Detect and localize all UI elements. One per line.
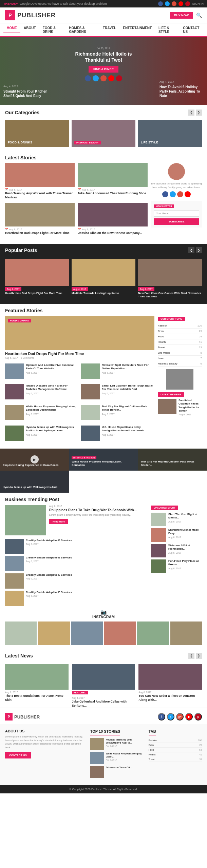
hero-youtube-icon[interactable] — [108, 75, 114, 81]
category-fashion-badge: FASHION / BEAUTY — [74, 141, 101, 144]
newsletter-email-input[interactable] — [154, 210, 199, 217]
hero-pinterest-icon[interactable] — [116, 75, 122, 81]
instagram-item-6[interactable] — [170, 622, 202, 645]
footer-about-text: Lorem ipsum is simply dummy text of the … — [5, 735, 85, 749]
facebook-icon[interactable] — [158, 1, 163, 6]
latest-news-next-arrow[interactable]: ❯ — [196, 653, 202, 659]
news-2-date: Aug 4, 2017 — [72, 697, 135, 699]
nav-link-food[interactable]: FOOD & DRINK — [39, 23, 66, 36]
categories-arrows: ❮ ❯ — [188, 110, 202, 116]
instagram-item-5[interactable] — [137, 622, 169, 645]
categories-next-arrow[interactable]: ❯ — [196, 110, 202, 116]
story-1-image — [5, 163, 75, 187]
nav-item-about[interactable]: ABOUT — [20, 23, 39, 36]
nav-link-entertainment[interactable]: ENTERTAINMENT — [119, 23, 155, 33]
instagram-item-1[interactable] — [5, 622, 37, 645]
business-list-1-date: Aug 6, 2017 — [26, 543, 72, 545]
sidebar-youtube-icon[interactable] — [185, 191, 191, 197]
nav-link-homes[interactable]: HOMES & GARDENS — [65, 23, 99, 36]
nav-link-about[interactable]: ABOUT — [20, 23, 39, 33]
footer-tab-count-5: 33 — [199, 758, 202, 761]
latest-news-grid: Aug 6, 2017 The 4 Best Foundations For A… — [5, 664, 202, 708]
category-card-food[interactable]: FOOD & DRINKS — [5, 120, 69, 147]
popular-2-title: Meditate Towards Lasting Happiness — [72, 292, 135, 295]
nav-link-lifestyle[interactable]: LIFE & STYLE — [155, 23, 180, 36]
header-right: BUY NOW 🔍 — [170, 12, 202, 19]
subscribe-button[interactable]: SUBSCRIBE — [154, 218, 199, 225]
nav-item-contact[interactable]: CONTACT US — [180, 23, 204, 36]
news-card-1: Aug 6, 2017 The 4 Best Foundations For A… — [5, 664, 69, 708]
googleplus-icon[interactable] — [172, 1, 176, 6]
nav-link-travel[interactable]: TRAVEL — [99, 23, 119, 33]
business-list-3-title: Crediily Enable Adaptive E Services — [26, 573, 72, 577]
topic-item-lifemusic: Life Music 8 — [158, 350, 202, 356]
popular-prev-arrow[interactable]: ❮ — [188, 247, 194, 253]
footer-googleplus-button[interactable]: g+ — [176, 713, 184, 721]
hero-facebook-icon[interactable] — [85, 75, 91, 81]
trends-text: Google Developers: we have to talk about… — [20, 2, 107, 5]
footer-youtube-button[interactable]: ▶ — [185, 713, 193, 721]
footer-twitter-button[interactable]: t — [167, 713, 174, 721]
featured-stories-heading: Featured Stories — [5, 304, 202, 316]
featured-list-2-content: Reveal Of Split Outfielders Need For Onl… — [102, 363, 154, 379]
review-1-date: Aug 6, 2017 — [178, 413, 202, 416]
topic-name-health: Health — [158, 340, 166, 343]
categories-prev-arrow[interactable]: ❮ — [188, 110, 194, 116]
footer-pinterest-button[interactable]: p — [194, 713, 202, 721]
hero-twitter-icon[interactable] — [93, 75, 99, 81]
sidebar-googleplus-icon[interactable] — [177, 191, 183, 197]
featured-list-5-content: White House Proposes Merging Labor, Educ… — [26, 405, 78, 420]
nav-item-travel[interactable]: TRAVEL — [99, 23, 119, 36]
search-icon[interactable]: 🔍 — [196, 13, 202, 18]
popular-card-3: Aug 4, 2017 New Free Xbox One Games With… — [138, 259, 202, 299]
latest-stories-heading: Latest Stories — [5, 152, 202, 163]
category-card-fashion[interactable]: FASHION / BEAUTY — [72, 120, 135, 147]
business-trending-wrapper: Business Trending Post Aug 6, 2017 Phili… — [0, 493, 207, 606]
upcoming-4-date: Aug 6, 2017 — [168, 567, 202, 570]
showcase-2-badge: LIF STYLE & FASHION — [72, 456, 96, 459]
twitter-icon[interactable] — [165, 1, 170, 6]
nav-link-contact[interactable]: CONTACT US — [180, 23, 204, 36]
hero-left-date: Aug 4, 2017 — [3, 85, 48, 88]
upcoming-item-4: Fun-Filled Play Place at Pronto Aug 6, 2… — [151, 559, 202, 573]
featured-list-4-title: Saudi-Led Coalition Battle Tough Battle … — [102, 384, 154, 391]
sidebar-twitter-icon[interactable] — [170, 191, 176, 197]
footer-facebook-button[interactable]: f — [158, 713, 165, 721]
instagram-item-2[interactable] — [38, 622, 70, 645]
upcoming-2-date: Aug 6, 2017 — [168, 536, 202, 538]
nav-item-homes[interactable]: HOMES & GARDENS — [65, 23, 99, 36]
category-card-lifestyle[interactable]: LIFE STYLE — [138, 120, 202, 147]
topic-item-travel: Travel 33 — [158, 345, 202, 350]
sidebar-facebook-icon[interactable] — [162, 191, 168, 197]
youtube-icon[interactable] — [178, 1, 183, 6]
signin-link[interactable]: SIGN IN — [192, 2, 204, 5]
instagram-item-3[interactable] — [71, 622, 103, 645]
topic-name-drink: Drink — [158, 330, 164, 333]
pinterest-icon[interactable] — [185, 1, 190, 6]
latest-stories-wrapper: Latest Stories 📅 Aug 6, 2017 Push Traini… — [0, 152, 207, 239]
showcase-4-title: Hyundai teams up with Volkswagen's Audi — [3, 486, 66, 489]
logo-icon: P — [5, 10, 15, 20]
latest-news-prev-arrow[interactable]: ❮ — [188, 653, 194, 659]
popular-2-date: Aug 4, 2017 — [72, 287, 88, 291]
latest-news-wrapper: Latest News ❮ ❯ Aug 6, 2017 The 4 Best F… — [0, 649, 207, 708]
topic-name-love: Love — [158, 357, 164, 360]
contact-us-button[interactable]: CONTACT US — [5, 752, 31, 758]
hero-googleplus-icon[interactable] — [100, 75, 107, 81]
nav-item-home[interactable]: HOME — [3, 23, 20, 36]
our-story-topic-btn[interactable]: OUR STORY TOPIC — [158, 317, 185, 321]
play-button-1[interactable]: ▶ — [31, 455, 39, 463]
story-card-1: 📅 Aug 6, 2017 Push Training Any Workout … — [5, 163, 75, 199]
buy-now-button[interactable]: BUY NOW — [170, 12, 193, 19]
read-more-button[interactable]: Read More — [49, 519, 68, 524]
nav-link-home[interactable]: HOME — [3, 23, 20, 33]
topic-name-travel: Travel — [158, 346, 165, 349]
nav-item-entertainment[interactable]: ENTERTAINMENT — [119, 23, 155, 36]
latest-news-title: Latest News — [5, 653, 33, 658]
nav-item-food[interactable]: FOOD & DRINK — [39, 23, 66, 36]
popular-next-arrow[interactable]: ❯ — [196, 247, 202, 253]
instagram-item-4[interactable] — [104, 622, 136, 645]
nav-item-lifestyle[interactable]: LIFE & STYLE — [155, 23, 180, 36]
topic-list: Fashion 100 Drink 29 Food 54 Health 41 T… — [158, 323, 202, 367]
hero-cta-button[interactable]: FIND A DINER — [89, 66, 118, 73]
